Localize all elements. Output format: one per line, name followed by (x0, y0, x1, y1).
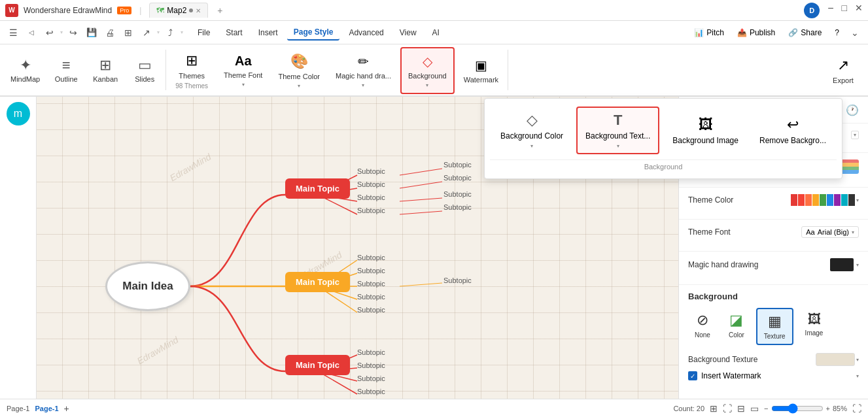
tc-swatch-3[interactable] (805, 194, 812, 206)
menu-page-style[interactable]: Page Style (287, 25, 340, 41)
bg-texture-button[interactable]: ▦ Texture (756, 308, 793, 345)
tc-swatch-9[interactable] (848, 194, 855, 206)
bg-color-panel-button[interactable]: ◪ Color (722, 308, 751, 345)
collapse-icon[interactable]: ◁ (24, 25, 39, 41)
brand-circle[interactable]: m (7, 102, 30, 125)
grid-icon[interactable]: ⊟ (737, 403, 745, 414)
outline-view-button[interactable]: ≡ Outline (48, 47, 84, 93)
zoom-in-icon[interactable]: + (826, 405, 830, 412)
redo-icon[interactable]: ↪ (65, 25, 81, 41)
save-icon[interactable]: 💾 (84, 25, 99, 41)
texture-arrow-icon[interactable]: ▾ (856, 357, 859, 363)
tc-swatch-6[interactable] (827, 194, 833, 206)
panel-clock-icon[interactable]: 🕐 (843, 101, 861, 119)
main-topic-2[interactable]: Main Topic (285, 272, 350, 292)
subtopic-t2[interactable]: Subtopic (357, 180, 385, 188)
theme-font-button[interactable]: Aa Theme Font ▾ (217, 47, 269, 94)
texture-swatch[interactable] (816, 353, 855, 366)
magic-hand-button[interactable]: ✏ Magic hand dra... ▾ (329, 47, 398, 94)
subtopic-t1[interactable]: Subtopic (357, 167, 385, 175)
subtopic-t4[interactable]: Subtopic (357, 207, 385, 214)
tc-swatch-1[interactable] (791, 194, 797, 206)
main-topic-3[interactable]: Main Topic (285, 355, 350, 375)
theme-font-select[interactable]: Aa Arial (Big) ▾ (801, 226, 859, 238)
tc-swatch-5[interactable] (820, 194, 826, 206)
magic-hand-color-swatch[interactable] (830, 258, 854, 271)
menu-insert[interactable]: Insert (252, 25, 285, 40)
bg-text-button[interactable]: T Background Text... ▾ (576, 107, 659, 154)
menu-view[interactable]: View (393, 25, 423, 40)
export-button[interactable]: ↗ Export (824, 47, 863, 94)
print-icon[interactable]: 🖨 (102, 25, 118, 41)
main-topic-1[interactable]: Main Topic (285, 178, 350, 199)
help-button[interactable]: ? (829, 25, 844, 40)
page-tab[interactable]: Page-1 (35, 405, 58, 412)
sidebar-toggle-icon[interactable]: ☰ (5, 25, 21, 41)
tc-swatch-4[interactable] (812, 194, 819, 206)
bg-none-button[interactable]: ⊘ None (688, 308, 717, 345)
zoom-out-icon[interactable]: − (764, 405, 768, 412)
mindmap-view-button[interactable]: ✦ MindMap (5, 47, 45, 93)
subtopic-m5[interactable]: Subtopic (357, 306, 385, 314)
subtopic-m4[interactable]: Subtopic (357, 293, 385, 301)
add-page-icon[interactable]: + (64, 403, 69, 414)
watermark-checkbox[interactable]: ✓ (688, 371, 697, 380)
kanban-view-button[interactable]: ⊞ Kanban (87, 47, 124, 93)
subtopic-m1[interactable]: Subtopic (357, 254, 385, 261)
zoom-slider[interactable] (771, 403, 824, 414)
undo-icon[interactable]: ↩ (42, 25, 58, 41)
main-idea-node[interactable]: Main Idea (105, 261, 190, 311)
subtopic-m3[interactable]: Subtopic (357, 280, 385, 288)
bg-image-panel-button[interactable]: 🖼 Image (799, 308, 830, 345)
tc-swatch-2[interactable] (798, 194, 805, 206)
subtopic-b3[interactable]: Subtopic (357, 375, 385, 382)
background-button[interactable]: ◇ Background ▾ (400, 47, 455, 94)
pitch-button[interactable]: 📊 Pitch (689, 25, 729, 40)
subtopic-mr1[interactable]: Subtopic (443, 276, 472, 284)
active-tab[interactable]: 🗺 Map2 ✕ (149, 3, 208, 18)
expand-view-icon[interactable]: ⛶ (852, 403, 861, 414)
remove-bg-button[interactable]: ↩ Remove Backgro... (752, 112, 834, 149)
tab-close-icon[interactable]: ✕ (196, 7, 201, 14)
export-quick-icon[interactable]: ↗ (139, 25, 154, 41)
duplicate-icon[interactable]: ⊞ (120, 25, 136, 41)
add-tab-button[interactable]: + (213, 4, 226, 17)
fit-icon[interactable]: ⊞ (710, 403, 718, 414)
theme-color-button[interactable]: 🎨 Theme Color ▾ (271, 47, 326, 94)
watermark-button[interactable]: ▣ Watermark (457, 47, 505, 94)
tc-swatch-7[interactable] (834, 194, 841, 206)
slides-view-button[interactable]: ▭ Slides (126, 47, 163, 93)
subtopic-b1[interactable]: Subtopic (357, 348, 385, 356)
close-icon[interactable]: ✕ (855, 3, 863, 18)
bg-text-label: Background Text... (585, 131, 650, 141)
share-quick-icon[interactable]: ⤴ (162, 25, 178, 41)
publish-button[interactable]: 📤 Publish (732, 25, 780, 40)
subtopic-tr1[interactable]: Subtopic (443, 161, 472, 169)
minimize-icon[interactable]: − (827, 3, 833, 18)
tc-swatch-8[interactable] (841, 194, 848, 206)
branch-style-4[interactable] (841, 159, 859, 174)
theme-dropdown-arrow-icon[interactable]: ▾ (851, 131, 859, 139)
subtopic-tr4[interactable]: Subtopic (443, 203, 472, 211)
subtopic-m2[interactable]: Subtopic (357, 267, 385, 275)
restore-icon[interactable]: □ (842, 3, 847, 18)
subtopic-tr2[interactable]: Subtopic (443, 174, 472, 182)
subtopic-tr3[interactable]: Subtopic (443, 190, 472, 198)
subtopic-b2[interactable]: Subtopic (357, 361, 385, 369)
menu-advanced[interactable]: Advanced (342, 25, 390, 40)
menu-ai[interactable]: AI (426, 25, 446, 40)
expand-icon[interactable]: ⌄ (847, 25, 863, 41)
theme-color-arrow-icon-2[interactable]: ▾ (856, 197, 859, 203)
themes-button[interactable]: ⊞ Themes 98 Themes (169, 47, 215, 94)
menu-file[interactable]: File (191, 25, 217, 40)
fullscreen-icon[interactable]: ⛶ (723, 403, 732, 414)
present-icon[interactable]: ▭ (750, 403, 759, 414)
subtopic-b4[interactable]: Subtopic (357, 388, 385, 395)
bg-color-button[interactable]: ◇ Background Color ▾ (493, 108, 571, 153)
magic-hand-arrow-icon[interactable]: ▾ (856, 262, 859, 268)
subtopic-t3[interactable]: Subtopic (357, 193, 385, 201)
menu-start[interactable]: Start (219, 25, 249, 40)
share-button[interactable]: 🔗 Share (783, 25, 827, 40)
watermark-dropdown-arrow-icon[interactable]: ▾ (856, 373, 859, 379)
bg-image-button[interactable]: 🖼 Background Image (665, 112, 746, 149)
